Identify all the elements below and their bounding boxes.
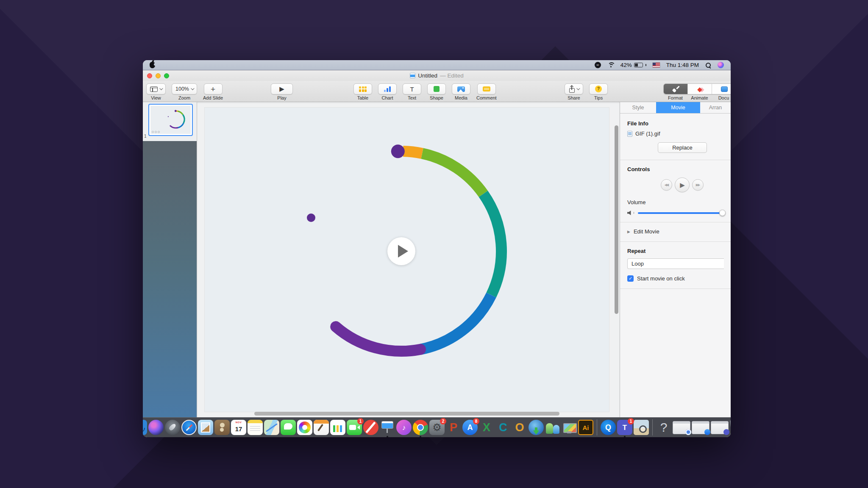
tips-button[interactable]: ? Tips — [589, 83, 608, 100]
plus-icon: + — [211, 85, 215, 93]
dock-item[interactable] — [562, 420, 577, 435]
comment-button[interactable]: Comment — [476, 83, 497, 100]
dock-item[interactable] — [652, 419, 653, 435]
creative-cloud-icon[interactable]: ∞ — [595, 62, 601, 68]
play-icon: ▶ — [279, 85, 284, 93]
dock-item[interactable] — [597, 419, 597, 435]
view-button[interactable]: View — [146, 83, 166, 100]
dock-icon-sub-label: NOV — [231, 421, 246, 424]
dock-item[interactable]: X — [479, 420, 494, 435]
tab-arrange[interactable]: Arran — [700, 102, 731, 113]
chart-button[interactable]: Chart — [378, 83, 397, 100]
dock-item[interactable] — [143, 420, 147, 435]
slide-number: 1 — [144, 134, 147, 139]
dock-item[interactable] — [529, 420, 544, 435]
animate-button[interactable]: ◆ — [688, 84, 712, 94]
dock-item[interactable] — [380, 420, 395, 435]
dock-item[interactable] — [545, 420, 560, 435]
vertical-scrollbar[interactable] — [615, 125, 618, 314]
shape-button[interactable]: Shape — [427, 83, 446, 100]
dock-item[interactable]: Ai — [578, 420, 593, 435]
format-button[interactable] — [664, 84, 688, 94]
menu-bar-clock[interactable]: Thu 1:48 PM — [666, 62, 699, 68]
dock-item[interactable]: P — [446, 420, 461, 435]
spotlight-search-icon[interactable] — [705, 62, 711, 68]
gif-satellite-dot — [307, 214, 315, 222]
animate-diamond-icon: ◆ — [697, 86, 702, 92]
notification-badge: 1 — [357, 418, 364, 424]
divider — [620, 241, 731, 242]
wifi-icon[interactable] — [607, 62, 614, 68]
dock-item[interactable] — [711, 421, 729, 434]
notification-badge: 8 — [473, 418, 479, 424]
input-language-flag-icon[interactable] — [653, 63, 660, 67]
tab-style[interactable]: Style — [620, 102, 656, 113]
dock-item[interactable] — [692, 421, 709, 434]
dock-item[interactable] — [297, 420, 312, 435]
thumbnail-dots — [152, 131, 160, 133]
dock-item[interactable]: ? — [656, 420, 671, 435]
edit-movie-disclosure[interactable]: ▶ Edit Movie — [627, 228, 731, 235]
movie-play-button[interactable] — [387, 237, 415, 265]
format-inspector: Style Movie Arran File Info GIF (1).gif … — [620, 102, 731, 417]
share-button[interactable]: Share — [565, 83, 583, 100]
inspector-tabs: Style Movie Arran — [620, 102, 731, 114]
gif-arc-teal — [483, 194, 501, 295]
dock-item[interactable] — [148, 420, 164, 435]
add-slide-button[interactable]: + Add Slide — [203, 83, 223, 100]
play-preview-button[interactable]: ▶ — [675, 177, 690, 192]
dock-item[interactable]: 1 — [347, 420, 362, 435]
controls-heading: Controls — [627, 166, 731, 172]
dock-item[interactable]: Q — [601, 420, 616, 435]
slide-canvas[interactable] — [197, 102, 620, 417]
fast-forward-button[interactable]: ▶▶ — [692, 179, 704, 191]
dock-icon-glyph: 17 — [235, 426, 242, 432]
dock-item[interactable]: O — [512, 420, 527, 435]
dock-item[interactable] — [413, 420, 428, 435]
file-info-heading: File Info — [627, 120, 731, 127]
dock-item[interactable] — [181, 420, 197, 435]
repeat-dropdown[interactable]: Loop — [627, 258, 724, 269]
tab-movie[interactable]: Movie — [656, 102, 700, 113]
dock-item[interactable] — [281, 420, 296, 435]
dock-item[interactable]: C — [495, 420, 511, 435]
document-icon — [721, 86, 728, 92]
apple-menu-icon[interactable] — [150, 62, 155, 68]
view-icon — [150, 86, 158, 92]
dock-item[interactable]: T 1 — [617, 420, 632, 435]
media-button[interactable]: Media — [452, 83, 470, 100]
dock-item[interactable] — [314, 420, 329, 435]
table-icon — [359, 86, 367, 92]
dock-item[interactable] — [330, 420, 345, 435]
zoom-dropdown[interactable]: 100% Zoom — [172, 83, 197, 100]
table-button[interactable]: Table — [353, 83, 372, 100]
dock-item[interactable]: A 8 — [462, 420, 478, 435]
volume-slider-thumb[interactable] — [719, 210, 726, 216]
dock-item[interactable] — [248, 420, 263, 435]
slide-thumbnail-selected[interactable] — [148, 104, 193, 136]
document-button[interactable] — [712, 84, 731, 94]
play-button[interactable]: ▶ Play — [271, 83, 293, 100]
dock-item[interactable] — [165, 420, 180, 435]
replace-button[interactable]: Replace — [658, 142, 707, 153]
text-button[interactable]: T Text — [403, 83, 421, 100]
dock-item[interactable] — [264, 420, 279, 435]
dock-item[interactable] — [673, 421, 690, 434]
dock-item[interactable]: ⚙ 2 — [429, 420, 445, 435]
dock: NOV 17 — [143, 417, 731, 437]
dock-item[interactable]: NOV 17 — [231, 420, 246, 435]
gif-start-dot — [391, 144, 405, 158]
battery-status[interactable]: 42% — [620, 62, 646, 68]
chevron-down-icon — [191, 86, 194, 90]
dock-item[interactable] — [634, 420, 649, 435]
dock-item[interactable] — [730, 420, 731, 435]
volume-slider[interactable] — [638, 212, 725, 214]
start-movie-on-click-checkbox[interactable] — [627, 275, 634, 282]
dock-item[interactable]: ♪ — [396, 420, 412, 435]
horizontal-scrollbar[interactable] — [254, 412, 559, 416]
rewind-button[interactable]: ◀◀ — [661, 179, 672, 191]
dock-item[interactable] — [214, 420, 230, 435]
dock-item[interactable] — [363, 420, 378, 435]
dock-item[interactable] — [198, 420, 213, 435]
siri-icon[interactable] — [718, 62, 724, 68]
